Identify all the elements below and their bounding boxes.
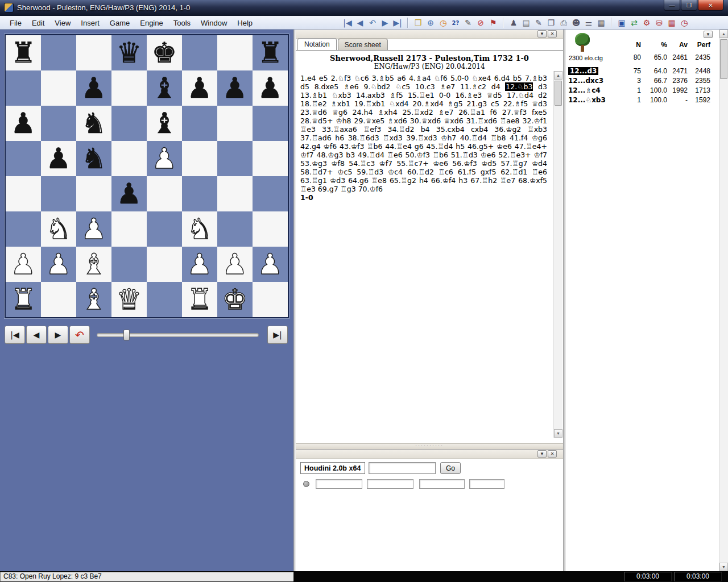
black-pawn[interactable]: ♟ xyxy=(117,180,142,208)
opening-book-icon[interactable]: ▤ xyxy=(520,17,532,28)
square-g4[interactable] xyxy=(217,176,253,211)
red-board-icon[interactable]: ▦ xyxy=(665,17,678,28)
unplay-move-icon[interactable]: ↶ xyxy=(366,17,379,28)
board-unplay-button[interactable]: ↶ xyxy=(69,326,90,344)
white-king[interactable]: ♚ xyxy=(222,285,248,314)
square-e1[interactable] xyxy=(147,282,182,317)
white-rook[interactable]: ♜ xyxy=(11,285,36,314)
square-h7[interactable]: ♟ xyxy=(253,70,288,106)
scroll-up-icon[interactable]: ▲ xyxy=(554,71,562,80)
square-c2[interactable]: ♝ xyxy=(76,247,111,282)
menu-view[interactable]: View xyxy=(49,17,76,29)
black-pawn[interactable]: ♟ xyxy=(187,74,213,102)
go-button[interactable]: Go xyxy=(440,462,461,474)
forward-icon[interactable]: ▶ xyxy=(379,17,391,28)
square-g5[interactable] xyxy=(217,141,253,176)
engine-name-box[interactable]: Houdini 2.0b x64 xyxy=(300,462,365,474)
menu-help[interactable]: Help xyxy=(232,17,258,29)
square-g1[interactable]: ♚ xyxy=(217,282,253,317)
square-a7[interactable] xyxy=(6,70,41,106)
square-c6[interactable]: ♞ xyxy=(76,106,111,141)
square-d7[interactable] xyxy=(111,70,147,106)
square-h1[interactable] xyxy=(253,282,288,317)
back-icon[interactable]: ◀ xyxy=(354,17,366,28)
tab-score-sheet[interactable]: Score sheet xyxy=(338,39,388,50)
white-knight[interactable]: ♞ xyxy=(46,215,72,243)
black-king[interactable]: ♚ xyxy=(152,39,177,67)
red-clock-icon[interactable]: ◷ xyxy=(678,17,690,28)
database-icon[interactable]: ⛁ xyxy=(653,17,665,28)
square-f8[interactable] xyxy=(182,35,217,70)
new-board-window-icon[interactable]: ❐ xyxy=(545,17,557,28)
square-f4[interactable] xyxy=(182,176,217,211)
black-queen[interactable]: ♛ xyxy=(117,39,142,67)
square-a5[interactable] xyxy=(6,141,41,176)
col-pct[interactable]: % xyxy=(641,41,667,49)
square-h3[interactable] xyxy=(253,211,288,247)
white-pawn[interactable]: ♟ xyxy=(11,250,36,278)
player-info-icon[interactable]: ☻ xyxy=(570,17,582,28)
white-pawn[interactable]: ♟ xyxy=(152,144,177,173)
black-pawn[interactable]: ♟ xyxy=(11,109,36,138)
black-bishop[interactable]: ♝ xyxy=(152,74,177,102)
square-e8[interactable]: ♚ xyxy=(147,35,182,70)
square-h2[interactable]: ♟ xyxy=(253,247,288,282)
board-forward-button[interactable]: ▶ xyxy=(48,326,68,344)
tree-move[interactable]: 12...d3 xyxy=(568,67,614,75)
clock-icon[interactable]: ◷ xyxy=(437,17,449,28)
black-pawn[interactable]: ♟ xyxy=(258,74,283,102)
square-g8[interactable] xyxy=(217,35,253,70)
board-grid-icon[interactable]: ▦ xyxy=(595,17,607,28)
tree-move[interactable]: 12...♘xb3 xyxy=(568,96,614,104)
square-b8[interactable] xyxy=(41,35,76,70)
flag-icon[interactable]: ⚑ xyxy=(487,17,499,28)
tab-notation[interactable]: Notation xyxy=(297,38,337,50)
tree-row[interactable]: 12...♗c41100.019921713 xyxy=(568,85,712,95)
white-pawn[interactable]: ♟ xyxy=(46,250,72,278)
square-b1[interactable] xyxy=(41,282,76,317)
scroll-up-icon[interactable]: ▲ xyxy=(719,30,728,38)
engine-menu-button[interactable]: ▼ xyxy=(537,450,547,458)
engine-close-button[interactable]: ✕ xyxy=(548,450,557,458)
square-e3[interactable] xyxy=(147,211,182,247)
square-a2[interactable]: ♟ xyxy=(6,247,41,282)
no-entry-icon[interactable]: ⊘ xyxy=(474,17,487,28)
square-e6[interactable]: ♝ xyxy=(147,106,182,141)
square-c4[interactable] xyxy=(76,176,111,211)
tree-move[interactable]: 12...♗c4 xyxy=(568,86,614,94)
menu-engine[interactable]: Engine xyxy=(135,17,168,29)
replace-game-icon[interactable]: ⇄ xyxy=(628,17,640,28)
board-goto-end-button[interactable]: ▶| xyxy=(267,326,288,344)
square-g2[interactable]: ♟ xyxy=(217,247,253,282)
notation-menu-button[interactable]: ▼ xyxy=(537,30,547,38)
edit-game-data-icon[interactable]: ✎ xyxy=(532,17,545,28)
square-e2[interactable] xyxy=(147,247,182,282)
square-g3[interactable] xyxy=(217,211,253,247)
minimize-button[interactable]: — xyxy=(664,0,680,11)
square-a6[interactable]: ♟ xyxy=(6,106,41,141)
square-d1[interactable]: ♛ xyxy=(111,282,147,317)
square-d2[interactable] xyxy=(111,247,147,282)
black-pawn[interactable]: ♟ xyxy=(81,74,107,102)
square-e7[interactable]: ♝ xyxy=(147,70,182,106)
goto-end-icon[interactable]: ▶| xyxy=(391,17,404,28)
menu-file[interactable]: File xyxy=(5,17,27,29)
tree-menu-button[interactable]: ▼ xyxy=(704,31,713,38)
square-c3[interactable]: ♟ xyxy=(76,211,111,247)
menu-tools[interactable]: Tools xyxy=(168,17,196,29)
move-slider[interactable] xyxy=(97,333,259,337)
col-av[interactable]: Av xyxy=(667,41,688,49)
tree-row[interactable]: 12...♘xb31100.0-1592 xyxy=(568,95,712,105)
white-bishop[interactable]: ♝ xyxy=(81,285,107,314)
square-c8[interactable] xyxy=(76,35,111,70)
square-c5[interactable]: ♞ xyxy=(76,141,111,176)
black-bishop[interactable]: ♝ xyxy=(152,109,177,138)
moves-after[interactable]: d3 13.♗b1 ♘xb3 14.axb3 ♗f5 15.♖e1 0-0 16… xyxy=(300,82,547,193)
white-knight[interactable]: ♞ xyxy=(187,215,213,243)
white-pawn[interactable]: ♟ xyxy=(222,250,248,278)
square-d4[interactable]: ♟ xyxy=(111,176,147,211)
square-a4[interactable] xyxy=(6,176,41,211)
square-f2[interactable]: ♟ xyxy=(182,247,217,282)
tree-move[interactable]: 12...dxc3 xyxy=(568,77,614,85)
scroll-down-icon[interactable]: ▼ xyxy=(719,563,728,571)
